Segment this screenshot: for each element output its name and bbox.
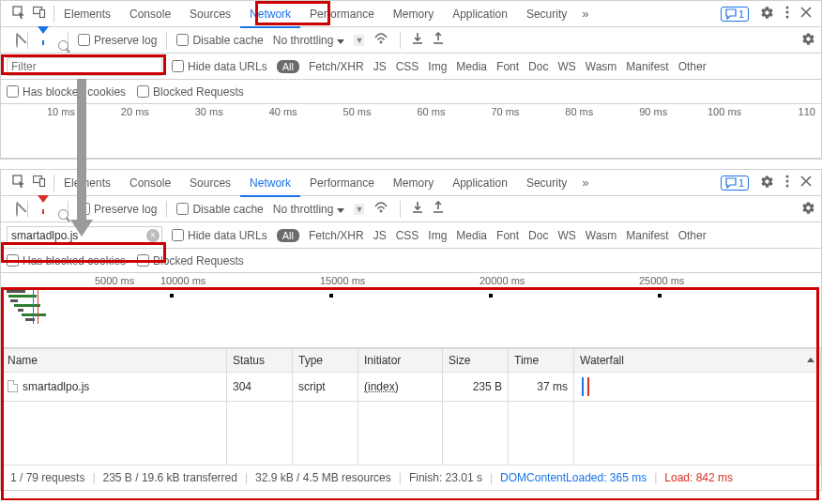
disable-cache-checkbox[interactable]: Disable cache bbox=[176, 203, 263, 216]
tab-console[interactable]: Console bbox=[120, 170, 180, 196]
filter-type-wasm[interactable]: Wasm bbox=[586, 60, 617, 73]
inspect-icon[interactable] bbox=[12, 175, 25, 191]
filter-input[interactable] bbox=[7, 57, 162, 76]
filter-type-other[interactable]: Other bbox=[678, 229, 707, 242]
tab-performance[interactable]: Performance bbox=[300, 1, 384, 27]
filter-type-font[interactable]: Font bbox=[496, 229, 519, 242]
status-finish: Finish: 23.01 s bbox=[409, 471, 482, 484]
filter-type-ws[interactable]: WS bbox=[557, 60, 575, 73]
tab-security[interactable]: Security bbox=[517, 1, 576, 27]
tab-performance[interactable]: Performance bbox=[300, 170, 384, 196]
device-toggle-icon[interactable] bbox=[33, 6, 46, 22]
export-har-icon[interactable] bbox=[433, 201, 444, 217]
close-icon[interactable] bbox=[800, 7, 812, 21]
preserve-log-checkbox[interactable]: Preserve log bbox=[78, 203, 157, 216]
import-har-icon[interactable] bbox=[412, 32, 423, 48]
initiator-link[interactable]: (index) bbox=[364, 380, 399, 393]
tab-elements[interactable]: Elements bbox=[54, 170, 120, 196]
filter-type-media[interactable]: Media bbox=[456, 229, 487, 242]
preserve-log-checkbox[interactable]: Preserve log bbox=[78, 34, 157, 47]
tab-memory[interactable]: Memory bbox=[384, 170, 443, 196]
col-initiator[interactable]: Initiator bbox=[358, 349, 443, 373]
hide-data-urls-checkbox[interactable]: Hide data URLs bbox=[172, 60, 267, 73]
timeline-overview[interactable]: 10 ms20 ms30 ms40 ms50 ms60 ms70 ms80 ms… bbox=[1, 104, 821, 159]
disable-cache-checkbox[interactable]: Disable cache bbox=[176, 34, 263, 47]
throttling-select[interactable]: No throttling bbox=[273, 34, 345, 47]
col-waterfall[interactable]: Waterfall bbox=[574, 349, 821, 373]
messages-badge[interactable]: 1 bbox=[721, 7, 749, 22]
col-size[interactable]: Size bbox=[443, 349, 509, 373]
blocked-requests-checkbox[interactable]: Blocked Requests bbox=[137, 85, 244, 99]
preserve-log-label: Preserve log bbox=[94, 34, 157, 47]
chevron-down-icon[interactable]: ▼ bbox=[354, 204, 364, 215]
tab-network[interactable]: Network bbox=[240, 170, 300, 196]
timeline-overview[interactable]: 5000 ms10000 ms15000 ms20000 ms25000 ms bbox=[1, 273, 821, 348]
filter-input[interactable] bbox=[7, 226, 162, 245]
tab-console[interactable]: Console bbox=[120, 1, 180, 27]
clear-filter-icon[interactable]: × bbox=[146, 229, 160, 242]
close-icon[interactable] bbox=[800, 176, 812, 190]
filter-type-other[interactable]: Other bbox=[678, 60, 707, 73]
filter-type-manifest[interactable]: Manifest bbox=[626, 229, 668, 242]
filter-type-js[interactable]: JS bbox=[373, 60, 387, 73]
chevron-down-icon[interactable]: ▼ bbox=[354, 35, 364, 46]
filter-type-manifest[interactable]: Manifest bbox=[626, 60, 668, 73]
kebab-menu-icon[interactable] bbox=[785, 6, 789, 22]
filter-type-fetch-xhr[interactable]: Fetch/XHR bbox=[309, 60, 364, 73]
more-tabs-icon[interactable]: » bbox=[576, 176, 594, 190]
filter-type-doc[interactable]: Doc bbox=[528, 229, 548, 242]
filter-toggle-icon[interactable] bbox=[38, 203, 49, 216]
clear-button[interactable] bbox=[16, 34, 18, 47]
filter-toggle-icon[interactable] bbox=[38, 34, 49, 47]
filter-type-all[interactable]: All bbox=[277, 60, 299, 73]
hide-data-urls-checkbox[interactable]: Hide data URLs bbox=[172, 229, 267, 242]
extra-filter-bar: Has blocked cookies Blocked Requests bbox=[1, 249, 821, 273]
table-row[interactable]: smartadlpo.js304script(index)235 B37 ms bbox=[2, 373, 821, 402]
messages-badge[interactable]: 1 bbox=[721, 176, 749, 191]
tab-application[interactable]: Application bbox=[443, 170, 517, 196]
tab-sources[interactable]: Sources bbox=[180, 170, 240, 196]
filter-type-wasm[interactable]: Wasm bbox=[586, 229, 617, 242]
col-status[interactable]: Status bbox=[227, 349, 293, 373]
tab-network[interactable]: Network bbox=[240, 1, 300, 27]
filter-type-doc[interactable]: Doc bbox=[528, 60, 548, 73]
filter-type-css[interactable]: CSS bbox=[396, 60, 419, 73]
network-settings-icon[interactable] bbox=[801, 32, 815, 49]
network-conditions-icon[interactable] bbox=[373, 32, 388, 48]
tab-application[interactable]: Application bbox=[443, 1, 517, 27]
timeline-tick: 110 bbox=[741, 106, 815, 117]
inspect-icon[interactable] bbox=[12, 6, 25, 22]
clear-button[interactable] bbox=[16, 203, 18, 216]
export-har-icon[interactable] bbox=[433, 32, 444, 48]
col-time[interactable]: Time bbox=[509, 349, 574, 373]
network-settings-icon[interactable] bbox=[801, 201, 815, 218]
throttling-select[interactable]: No throttling bbox=[273, 203, 345, 216]
filter-type-css[interactable]: CSS bbox=[396, 229, 419, 242]
more-tabs-icon[interactable]: » bbox=[576, 7, 594, 21]
filter-type-js[interactable]: JS bbox=[373, 229, 387, 242]
has-blocked-cookies-checkbox[interactable]: Has blocked cookies bbox=[7, 85, 126, 99]
blocked-requests-label: Blocked Requests bbox=[153, 85, 244, 99]
import-har-icon[interactable] bbox=[412, 201, 423, 217]
has-blocked-cookies-checkbox[interactable]: Has blocked cookies bbox=[7, 254, 126, 267]
col-name[interactable]: Name bbox=[2, 349, 227, 373]
tab-security[interactable]: Security bbox=[517, 170, 576, 196]
kebab-menu-icon[interactable] bbox=[785, 175, 789, 191]
filter-type-media[interactable]: Media bbox=[456, 60, 487, 73]
filter-type-font[interactable]: Font bbox=[496, 60, 519, 73]
filter-type-fetch-xhr[interactable]: Fetch/XHR bbox=[309, 229, 364, 242]
col-type[interactable]: Type bbox=[293, 349, 358, 373]
gear-icon[interactable] bbox=[760, 6, 774, 23]
filter-type-img[interactable]: Img bbox=[428, 60, 447, 73]
cell-name: smartadlpo.js bbox=[2, 373, 227, 402]
filter-type-all[interactable]: All bbox=[277, 229, 299, 242]
tab-sources[interactable]: Sources bbox=[180, 1, 240, 27]
filter-type-ws[interactable]: WS bbox=[557, 229, 575, 242]
blocked-requests-checkbox[interactable]: Blocked Requests bbox=[137, 254, 244, 267]
gear-icon[interactable] bbox=[760, 175, 774, 191]
tab-memory[interactable]: Memory bbox=[384, 1, 443, 27]
device-toggle-icon[interactable] bbox=[33, 175, 46, 191]
tab-elements[interactable]: Elements bbox=[54, 1, 120, 27]
network-conditions-icon[interactable] bbox=[373, 201, 388, 217]
filter-type-img[interactable]: Img bbox=[428, 229, 447, 242]
